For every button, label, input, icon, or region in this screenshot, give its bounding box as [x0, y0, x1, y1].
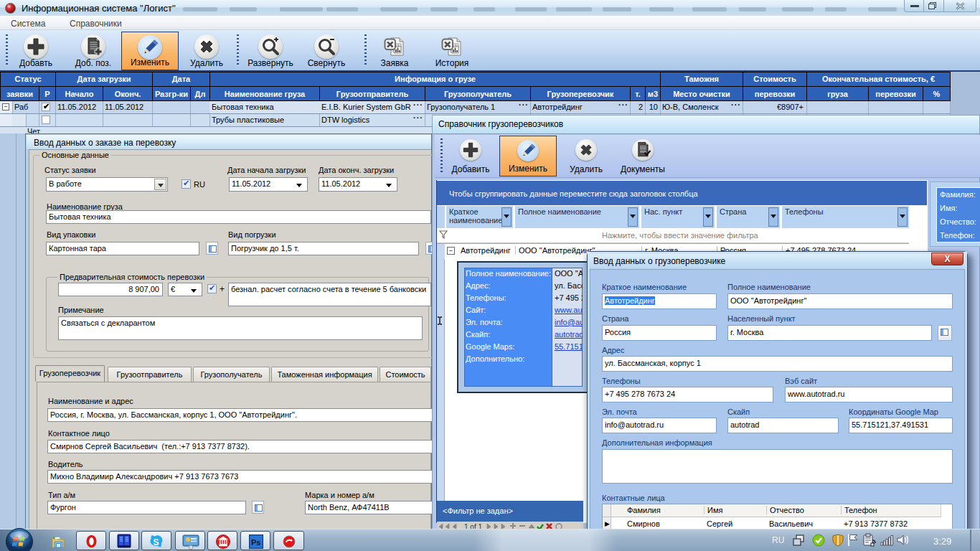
svg-text:Ps: Ps: [251, 538, 260, 547]
svg-text:S: S: [154, 537, 159, 547]
